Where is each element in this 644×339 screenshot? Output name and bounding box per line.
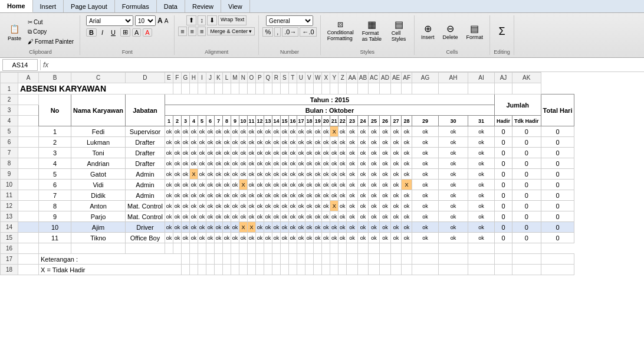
day-18[interactable]: 18 xyxy=(305,116,313,126)
empty-17-27[interactable] xyxy=(439,254,468,265)
empty-1-19[interactable] xyxy=(330,83,339,94)
day-22-row-9[interactable]: ok xyxy=(339,169,347,180)
empty-17-30[interactable] xyxy=(512,254,541,265)
empty-cell[interactable] xyxy=(165,243,173,254)
empty-18-28[interactable] xyxy=(468,265,495,275)
empty-cell[interactable] xyxy=(495,243,512,254)
no-13[interactable]: 9 xyxy=(39,211,71,222)
jumlah-label[interactable]: Jumlah xyxy=(495,94,541,116)
row-header-13[interactable]: 13 xyxy=(1,211,18,222)
no-15[interactable]: 11 xyxy=(39,233,71,243)
align-right-button[interactable]: ≡ xyxy=(198,27,206,36)
empty-18-18[interactable] xyxy=(330,265,339,275)
row-header-11[interactable]: 11 xyxy=(1,190,18,201)
day-26-row-6[interactable]: ok xyxy=(379,137,390,148)
day-4-row-11[interactable]: ok xyxy=(189,190,198,201)
day-27-row-9[interactable]: ok xyxy=(390,169,401,180)
day-13-row-7[interactable]: ok xyxy=(264,148,272,158)
day-29-row-5[interactable]: ok xyxy=(412,126,439,137)
day-16-row-13[interactable]: ok xyxy=(288,211,297,222)
empty-18-12[interactable] xyxy=(280,265,288,275)
empty-18-1[interactable] xyxy=(189,265,198,275)
day-14-row-12[interactable]: ok xyxy=(272,201,280,211)
col-J[interactable]: J xyxy=(206,73,214,83)
empty-cell[interactable] xyxy=(468,243,495,254)
jabatan-7[interactable]: Drafter xyxy=(126,148,165,158)
day-3-row-5[interactable]: ok xyxy=(181,126,189,137)
day-21-row-10[interactable]: ok xyxy=(330,180,339,190)
day-15-row-7[interactable]: ok xyxy=(280,148,288,158)
day-28-row-9[interactable]: ok xyxy=(402,169,412,180)
day-2-row-5[interactable]: ok xyxy=(173,126,181,137)
day-11[interactable]: 11 xyxy=(247,116,255,126)
day-17-row-12[interactable]: ok xyxy=(297,201,305,211)
day-22-row-5[interactable]: ok xyxy=(339,126,347,137)
day-11-row-9[interactable]: ok xyxy=(247,169,255,180)
italic-button[interactable]: I xyxy=(98,28,106,37)
empty-18-10[interactable] xyxy=(264,265,272,275)
day-17-row-10[interactable]: ok xyxy=(297,180,305,190)
empty-cell[interactable] xyxy=(39,243,71,254)
row-header-17[interactable]: 17 xyxy=(1,254,18,265)
hadir-val-5[interactable]: 0 xyxy=(495,126,512,137)
day-7-row-8[interactable]: ok xyxy=(214,158,222,169)
day-21-row-7[interactable]: ok xyxy=(330,148,339,158)
font-size-select[interactable]: 10 xyxy=(135,15,156,26)
day-24-row-10[interactable]: ok xyxy=(357,180,368,190)
empty-18-9[interactable] xyxy=(255,265,264,275)
cell-reference-input[interactable] xyxy=(2,59,38,71)
day-17-row-9[interactable]: ok xyxy=(297,169,305,180)
no-12[interactable]: 8 xyxy=(39,201,71,211)
empty-18-7[interactable] xyxy=(239,265,247,275)
cell-6a[interactable] xyxy=(18,137,39,148)
nama-10[interactable]: Vidi xyxy=(71,180,126,190)
row-header-15[interactable]: 15 xyxy=(1,233,18,243)
day-25-row-12[interactable]: ok xyxy=(369,201,380,211)
day-25-row-9[interactable]: ok xyxy=(369,169,380,180)
total-val-7[interactable]: 0 xyxy=(541,148,574,158)
day-9-row-5[interactable]: ok xyxy=(231,126,239,137)
total-val-15[interactable]: 0 xyxy=(541,233,574,243)
day-14-row-11[interactable]: ok xyxy=(272,190,280,201)
jabatan-header[interactable]: Jabatan xyxy=(126,94,165,126)
jabatan-15[interactable]: Office Boy xyxy=(126,233,165,243)
day-1-row-5[interactable]: ok xyxy=(165,126,173,137)
day-27-row-15[interactable]: ok xyxy=(390,233,401,243)
day-27-row-12[interactable]: ok xyxy=(390,201,401,211)
day-1-row-11[interactable]: ok xyxy=(165,190,173,201)
day-27[interactable]: 27 xyxy=(390,116,401,126)
day-17-row-13[interactable]: ok xyxy=(297,211,305,222)
day-6-row-5[interactable]: ok xyxy=(206,126,214,137)
day-12-row-6[interactable]: ok xyxy=(255,137,264,148)
day-31-row-5[interactable]: ok xyxy=(468,126,495,137)
tdk-hadir-val-7[interactable]: 0 xyxy=(512,148,541,158)
empty-cell[interactable] xyxy=(330,243,339,254)
day-20[interactable]: 20 xyxy=(322,116,330,126)
hadir-val-8[interactable]: 0 xyxy=(495,158,512,169)
formula-input[interactable] xyxy=(51,59,642,71)
empty-1-11[interactable] xyxy=(264,83,272,94)
day-5-row-5[interactable]: ok xyxy=(198,126,206,137)
day-10[interactable]: 10 xyxy=(239,116,247,126)
empty-1-26[interactable] xyxy=(402,83,412,94)
day-2-row-13[interactable]: ok xyxy=(173,211,181,222)
day-14-row-8[interactable]: ok xyxy=(272,158,280,169)
hadir-val-9[interactable]: 0 xyxy=(495,169,512,180)
day-16-row-9[interactable]: ok xyxy=(288,169,297,180)
day-20-row-6[interactable]: ok xyxy=(322,137,330,148)
total-val-5[interactable]: 0 xyxy=(541,126,574,137)
bulan-label[interactable]: Bulan : Oktober xyxy=(165,105,494,116)
day-27-row-13[interactable]: ok xyxy=(390,211,401,222)
bold-button[interactable]: B xyxy=(86,28,97,37)
day-16-row-8[interactable]: ok xyxy=(288,158,297,169)
day-12-row-11[interactable]: ok xyxy=(255,190,264,201)
col-AC[interactable]: AC xyxy=(369,73,380,83)
day-12-row-5[interactable]: ok xyxy=(255,126,264,137)
day-16-row-14[interactable]: ok xyxy=(288,222,297,233)
day-22-row-15[interactable]: ok xyxy=(339,233,347,243)
day-22-row-8[interactable]: ok xyxy=(339,158,347,169)
nama-14[interactable]: Ajim xyxy=(71,222,126,233)
day-23[interactable]: 23 xyxy=(347,116,357,126)
empty-1-25[interactable] xyxy=(390,83,401,94)
day-20-row-11[interactable]: ok xyxy=(322,190,330,201)
